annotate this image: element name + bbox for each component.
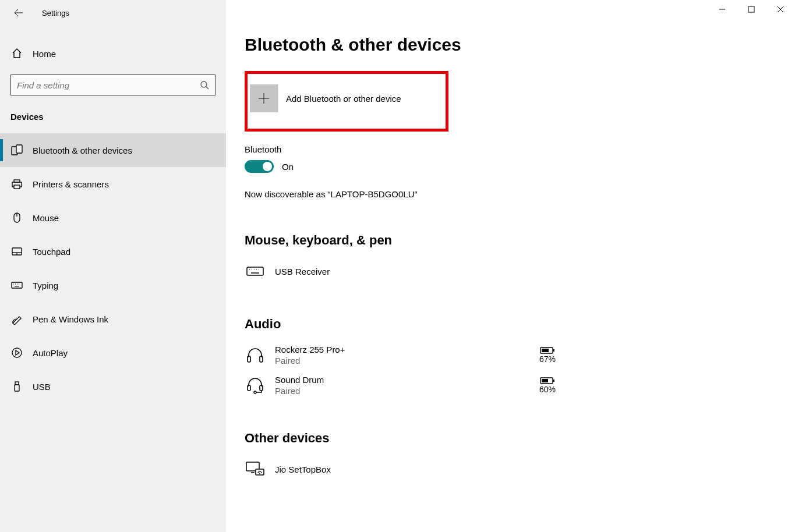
main-content: Bluetooth & other devices Add Bluetooth … bbox=[226, 0, 795, 532]
sidebar-item-mouse[interactable]: Mouse bbox=[0, 201, 226, 235]
section-heading-other: Other devices bbox=[245, 431, 776, 446]
svg-rect-2 bbox=[16, 145, 22, 153]
add-device-label: Add Bluetooth or other device bbox=[286, 94, 401, 104]
titlebar: Settings bbox=[0, 0, 226, 26]
bluetooth-toggle-row: On bbox=[245, 160, 776, 173]
svg-rect-11 bbox=[12, 282, 22, 288]
sidebar-item-label: Touchpad bbox=[33, 247, 70, 257]
headphones-icon bbox=[245, 345, 266, 366]
sidebar-item-label: Mouse bbox=[33, 213, 59, 223]
device-row[interactable]: Jio SetTopBox bbox=[245, 454, 559, 484]
device-name: Jio SetTopBox bbox=[275, 464, 559, 474]
sidebar-item-autoplay[interactable]: AutoPlay bbox=[0, 336, 226, 370]
close-icon bbox=[777, 6, 784, 13]
settop-icon bbox=[245, 459, 266, 480]
svg-rect-44 bbox=[256, 469, 264, 475]
bluetooth-toggle[interactable] bbox=[245, 160, 274, 173]
pen-icon bbox=[10, 313, 23, 325]
sidebar-item-label: USB bbox=[33, 382, 51, 392]
device-battery: 67% bbox=[536, 346, 559, 364]
svg-rect-19 bbox=[15, 385, 19, 391]
minimize-button[interactable] bbox=[708, 0, 737, 19]
minimize-icon bbox=[719, 6, 726, 13]
bluetooth-devices-icon bbox=[10, 144, 23, 156]
touchpad-icon bbox=[10, 246, 23, 257]
add-device-button[interactable]: Add Bluetooth or other device bbox=[248, 84, 446, 112]
sidebar-item-label: AutoPlay bbox=[33, 348, 68, 358]
svg-point-45 bbox=[259, 473, 260, 474]
search-wrap bbox=[0, 68, 226, 95]
svg-rect-18 bbox=[15, 382, 19, 385]
device-name: USB Receiver bbox=[275, 267, 559, 276]
sidebar-item-pen[interactable]: Pen & Windows Ink bbox=[0, 302, 226, 336]
device-row[interactable]: Sound Drum Paired 60% bbox=[245, 370, 559, 400]
home-button[interactable]: Home bbox=[0, 40, 226, 68]
svg-rect-5 bbox=[14, 185, 20, 189]
window-controls bbox=[708, 0, 795, 19]
device-name: Sound Drum bbox=[275, 375, 536, 385]
mouse-icon bbox=[10, 212, 23, 224]
device-row[interactable]: Rockerz 255 Pro+ Paired 67% bbox=[245, 340, 559, 370]
sidebar-item-typing[interactable]: Typing bbox=[0, 268, 226, 302]
home-label: Home bbox=[33, 49, 56, 59]
bluetooth-label: Bluetooth bbox=[245, 144, 776, 154]
svg-point-0 bbox=[201, 81, 207, 87]
bluetooth-state: On bbox=[282, 162, 294, 172]
keyboard-icon bbox=[10, 279, 23, 291]
maximize-button[interactable] bbox=[737, 0, 766, 19]
category-label: Devices bbox=[0, 95, 226, 133]
svg-rect-40 bbox=[542, 379, 548, 382]
sidebar-item-usb[interactable]: USB bbox=[0, 370, 226, 403]
svg-point-38 bbox=[254, 391, 256, 393]
page-title: Bluetooth & other devices bbox=[245, 35, 776, 55]
sidebar-item-touchpad[interactable]: Touchpad bbox=[0, 235, 226, 268]
sidebar-item-label: Printers & scanners bbox=[33, 179, 109, 189]
back-button[interactable] bbox=[12, 6, 26, 20]
plus-icon bbox=[257, 92, 270, 105]
search-box[interactable] bbox=[10, 75, 215, 95]
search-icon bbox=[200, 80, 209, 90]
svg-rect-34 bbox=[542, 349, 549, 352]
svg-rect-41 bbox=[553, 380, 554, 382]
search-input[interactable] bbox=[17, 80, 200, 90]
device-battery-text: 67% bbox=[539, 354, 556, 364]
printer-icon bbox=[10, 178, 23, 190]
device-status: Paired bbox=[275, 386, 536, 396]
headset-icon bbox=[245, 375, 266, 396]
sidebar-item-bluetooth[interactable]: Bluetooth & other devices bbox=[0, 133, 226, 167]
sidebar-item-label: Bluetooth & other devices bbox=[33, 146, 132, 155]
autoplay-icon bbox=[10, 347, 23, 359]
battery-icon bbox=[540, 346, 555, 354]
svg-rect-4 bbox=[14, 180, 20, 182]
battery-icon bbox=[540, 377, 555, 385]
sidebar-item-label: Pen & Windows Ink bbox=[33, 314, 108, 324]
home-icon bbox=[10, 48, 23, 59]
window-title: Settings bbox=[42, 9, 69, 17]
keyboard-icon bbox=[245, 261, 266, 282]
plus-box bbox=[250, 84, 278, 112]
maximize-icon bbox=[748, 6, 755, 13]
sidebar-item-printers[interactable]: Printers & scanners bbox=[0, 167, 226, 201]
close-button[interactable] bbox=[766, 0, 795, 19]
device-status: Paired bbox=[275, 356, 536, 366]
section-heading-audio: Audio bbox=[245, 317, 776, 332]
svg-rect-35 bbox=[553, 349, 554, 352]
svg-rect-21 bbox=[748, 6, 754, 12]
section-heading-mkp: Mouse, keyboard, & pen bbox=[245, 233, 776, 248]
discoverable-text: Now discoverable as “LAPTOP-B5DGO0LU” bbox=[245, 189, 776, 199]
nav-list: Bluetooth & other devices Printers & sca… bbox=[0, 133, 226, 403]
device-battery: 60% bbox=[536, 377, 559, 394]
usb-icon bbox=[10, 381, 23, 392]
device-battery-text: 60% bbox=[539, 385, 556, 394]
arrow-left-icon bbox=[14, 8, 23, 17]
svg-point-17 bbox=[12, 348, 22, 357]
device-name: Rockerz 255 Pro+ bbox=[275, 345, 536, 354]
device-row[interactable]: USB Receiver bbox=[245, 256, 559, 286]
sidebar: Settings Home Devices Bluetooth & other … bbox=[0, 0, 226, 532]
sidebar-item-label: Typing bbox=[33, 281, 58, 290]
svg-rect-24 bbox=[247, 267, 263, 275]
add-device-highlight: Add Bluetooth or other device bbox=[245, 71, 448, 132]
